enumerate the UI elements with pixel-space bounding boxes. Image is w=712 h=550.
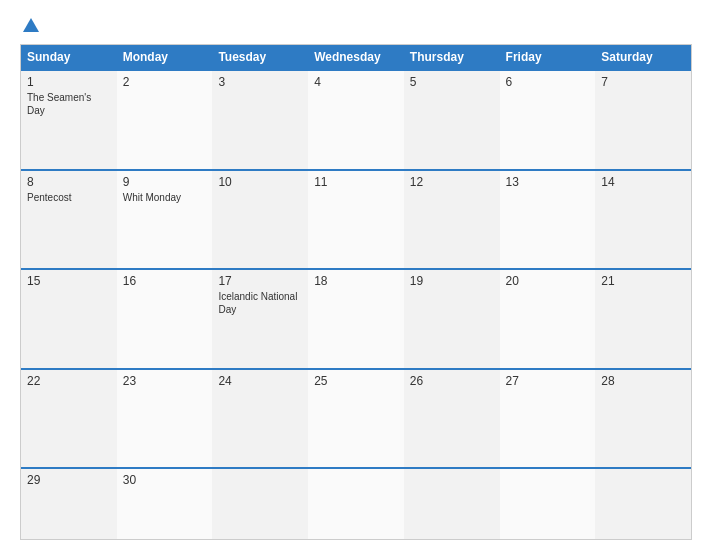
calendar-week-1: 1The Seamen's Day234567 [21,69,691,169]
calendar-cell: 16 [117,270,213,368]
calendar-cell: 13 [500,171,596,269]
calendar-cell [212,469,308,539]
day-number: 11 [314,175,398,189]
day-number: 3 [218,75,302,89]
calendar-cell: 12 [404,171,500,269]
calendar-cell: 30 [117,469,213,539]
calendar-cell: 24 [212,370,308,468]
day-number: 25 [314,374,398,388]
calendar-cell: 14 [595,171,691,269]
day-number: 7 [601,75,685,89]
calendar-cell: 7 [595,71,691,169]
calendar-body: 1The Seamen's Day2345678Pentecost9Whit M… [21,69,691,539]
day-number: 15 [27,274,111,288]
calendar-week-5: 2930 [21,467,691,539]
day-number: 30 [123,473,207,487]
calendar-week-3: 151617Icelandic National Day18192021 [21,268,691,368]
calendar: Sunday Monday Tuesday Wednesday Thursday… [20,44,692,540]
day-number: 20 [506,274,590,288]
holiday-label: Icelandic National Day [218,290,302,316]
calendar-cell: 18 [308,270,404,368]
holiday-label: Pentecost [27,191,111,204]
header-friday: Friday [500,45,596,69]
calendar-cell: 26 [404,370,500,468]
calendar-cell: 8Pentecost [21,171,117,269]
calendar-cell: 25 [308,370,404,468]
header-tuesday: Tuesday [212,45,308,69]
day-number: 19 [410,274,494,288]
holiday-label: The Seamen's Day [27,91,111,117]
day-number: 26 [410,374,494,388]
day-number: 9 [123,175,207,189]
calendar-cell: 22 [21,370,117,468]
day-number: 23 [123,374,207,388]
calendar-cell [500,469,596,539]
calendar-cell [308,469,404,539]
calendar-cell: 29 [21,469,117,539]
day-number: 8 [27,175,111,189]
header [20,18,692,34]
day-number: 17 [218,274,302,288]
day-number: 16 [123,274,207,288]
day-number: 28 [601,374,685,388]
calendar-cell: 19 [404,270,500,368]
day-number: 18 [314,274,398,288]
calendar-week-2: 8Pentecost9Whit Monday1011121314 [21,169,691,269]
day-number: 22 [27,374,111,388]
calendar-cell: 6 [500,71,596,169]
day-number: 1 [27,75,111,89]
calendar-cell: 2 [117,71,213,169]
calendar-cell: 20 [500,270,596,368]
calendar-cell: 4 [308,71,404,169]
day-number: 5 [410,75,494,89]
day-number: 12 [410,175,494,189]
calendar-header-row: Sunday Monday Tuesday Wednesday Thursday… [21,45,691,69]
calendar-cell: 17Icelandic National Day [212,270,308,368]
day-number: 10 [218,175,302,189]
day-number: 27 [506,374,590,388]
calendar-cell: 10 [212,171,308,269]
calendar-cell [595,469,691,539]
day-number: 29 [27,473,111,487]
calendar-cell [404,469,500,539]
day-number: 24 [218,374,302,388]
calendar-cell: 23 [117,370,213,468]
calendar-cell: 21 [595,270,691,368]
calendar-cell: 11 [308,171,404,269]
header-thursday: Thursday [404,45,500,69]
page: Sunday Monday Tuesday Wednesday Thursday… [0,0,712,550]
day-number: 6 [506,75,590,89]
day-number: 2 [123,75,207,89]
calendar-cell: 5 [404,71,500,169]
logo [20,18,39,34]
calendar-cell: 15 [21,270,117,368]
calendar-cell: 3 [212,71,308,169]
calendar-cell: 27 [500,370,596,468]
header-sunday: Sunday [21,45,117,69]
day-number: 14 [601,175,685,189]
header-wednesday: Wednesday [308,45,404,69]
day-number: 13 [506,175,590,189]
header-saturday: Saturday [595,45,691,69]
calendar-cell: 9Whit Monday [117,171,213,269]
holiday-label: Whit Monday [123,191,207,204]
calendar-cell: 1The Seamen's Day [21,71,117,169]
calendar-cell: 28 [595,370,691,468]
header-monday: Monday [117,45,213,69]
logo-triangle-icon [23,18,39,32]
day-number: 4 [314,75,398,89]
day-number: 21 [601,274,685,288]
logo-wrapper [20,18,39,34]
calendar-week-4: 22232425262728 [21,368,691,468]
